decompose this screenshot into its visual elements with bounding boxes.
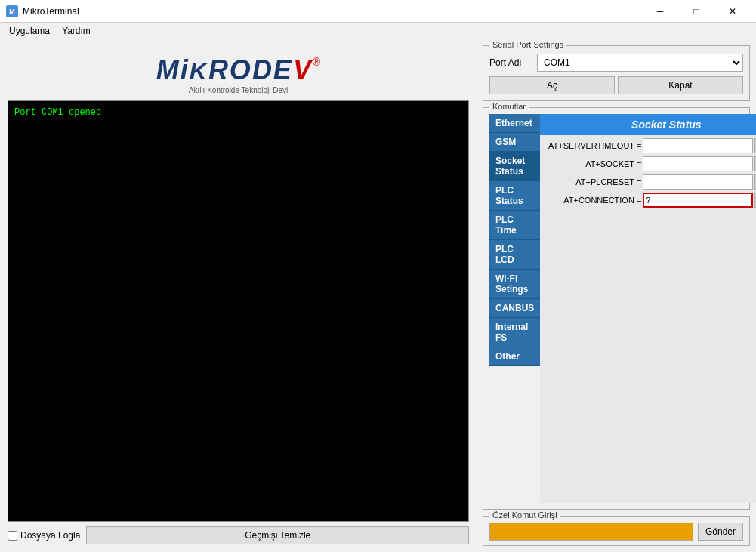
nav-gsm[interactable]: GSM xyxy=(489,133,540,152)
content-area: Socket Status AT+SERVERTIMEOUT = W R AT+… xyxy=(540,114,756,503)
cmd-label-0: AT+SERVERTIMEOUT = xyxy=(543,141,641,150)
port-select[interactable]: COM1 xyxy=(537,54,743,72)
command-row-3: AT+CONNECTION = W R xyxy=(543,193,756,208)
logo: MiKRODEV ® Akıllı Kontrolde Teknoloji De… xyxy=(156,54,320,94)
content-header: Socket Status xyxy=(540,114,756,135)
left-panel: MiKRODEV ® Akıllı Kontrolde Teknoloji De… xyxy=(0,39,477,552)
nav-internal-fs[interactable]: Internal FS xyxy=(489,318,540,347)
menu-bar: Uygulama Yardım xyxy=(0,23,756,39)
command-rows: AT+SERVERTIMEOUT = W R AT+SOCKET = W R xyxy=(540,135,756,503)
bottom-bar: Dosyaya Logla Geçmişi Temizle xyxy=(8,522,469,544)
ozel-input[interactable] xyxy=(489,523,693,541)
ozel-area: Özel Komut Girişi Gönder xyxy=(483,516,750,546)
menu-uygulama[interactable]: Uygulama xyxy=(3,24,56,38)
serial-port-title: Serial Port Settings xyxy=(489,40,566,49)
nav-other[interactable]: Other xyxy=(489,347,540,366)
nav-plc-status[interactable]: PLC Status xyxy=(489,181,540,211)
close-button-port[interactable]: Kapat xyxy=(618,76,743,94)
minimize-button[interactable]: ─ xyxy=(643,0,677,23)
window-title: MikroTerminal xyxy=(23,6,79,17)
komutlar-inner: Ethernet GSM Socket Status PLC Status PL… xyxy=(489,114,743,503)
serial-port-group: Serial Port Settings Port Adı COM1 Aç Ka… xyxy=(483,45,750,101)
nav-plc-time[interactable]: PLC Time xyxy=(489,211,540,240)
cmd-input-0[interactable] xyxy=(643,138,753,153)
app-icon: M xyxy=(6,5,18,17)
command-row-1: AT+SOCKET = W R xyxy=(543,156,756,171)
ozel-title: Özel Komut Girişi xyxy=(489,510,560,520)
menu-yardim[interactable]: Yardım xyxy=(56,24,97,38)
nav-ethernet[interactable]: Ethernet xyxy=(489,114,540,133)
logo-area: MiKRODEV ® Akıllı Kontrolde Teknoloji De… xyxy=(8,47,469,100)
cmd-input-3[interactable] xyxy=(643,193,753,208)
cmd-label-2: AT+PLCRESET = xyxy=(543,177,641,187)
window-controls: ─ □ ✕ xyxy=(643,0,750,23)
port-label: Port Adı xyxy=(489,57,531,68)
nav-wifi-settings[interactable]: Wi-Fi Setings xyxy=(489,270,540,299)
log-label: Dosyaya Logla xyxy=(20,530,80,541)
port-row: Port Adı COM1 xyxy=(489,54,743,72)
close-button[interactable]: ✕ xyxy=(715,0,750,23)
clear-button[interactable]: Geçmişi Temizle xyxy=(86,526,469,544)
logo-brand: MiKRODEV xyxy=(156,54,313,86)
komutlar-group: Komutlar Ethernet GSM Socket Status PLC … xyxy=(483,107,750,510)
gonder-button[interactable]: Gönder xyxy=(698,523,743,541)
command-row-2: AT+PLCRESET = W R xyxy=(543,174,756,190)
open-button[interactable]: Aç xyxy=(489,76,615,94)
terminal-content: Port COM1 opened xyxy=(14,107,101,118)
cmd-input-2[interactable] xyxy=(643,174,753,190)
nav-canbus[interactable]: CANBUS xyxy=(489,299,540,318)
nav-plc-lcd[interactable]: PLC LCD xyxy=(489,240,540,270)
port-buttons: Aç Kapat xyxy=(489,76,743,94)
ozel-row: Gönder xyxy=(489,523,743,541)
cmd-input-1[interactable] xyxy=(643,156,753,171)
maximize-button[interactable]: □ xyxy=(679,0,714,23)
nav-socket-status[interactable]: Socket Status xyxy=(489,152,540,181)
log-checkbox-label[interactable]: Dosyaya Logla xyxy=(8,530,80,541)
log-checkbox[interactable] xyxy=(8,531,17,541)
command-row-0: AT+SERVERTIMEOUT = W R xyxy=(543,138,756,153)
right-panel: Serial Port Settings Port Adı COM1 Aç Ka… xyxy=(477,39,756,552)
komutlar-title: Komutlar xyxy=(489,102,529,111)
cmd-label-3: AT+CONNECTION = xyxy=(543,196,641,205)
nav-list: Ethernet GSM Socket Status PLC Status PL… xyxy=(489,114,540,503)
main-area: MiKRODEV ® Akıllı Kontrolde Teknoloji De… xyxy=(0,39,756,552)
terminal-area: Port COM1 opened xyxy=(8,100,469,522)
cmd-label-1: AT+SOCKET = xyxy=(543,159,641,168)
logo-subtitle: Akıllı Kontrolde Teknoloji Devi xyxy=(189,86,289,94)
title-bar: M MikroTerminal ─ □ ✕ xyxy=(0,0,756,23)
logo-reg: ® xyxy=(313,56,320,68)
